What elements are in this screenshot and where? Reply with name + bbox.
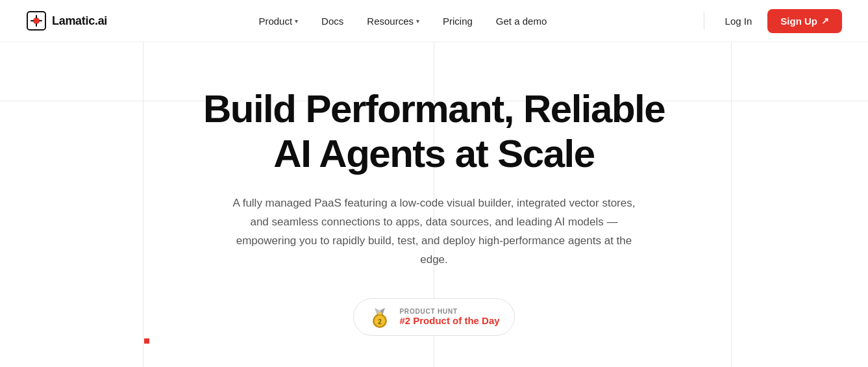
svg-text:2: 2 — [378, 318, 382, 325]
navbar: Lamatic.ai Product ▾ Docs Resources ▾ Pr… — [0, 0, 868, 42]
hero-subtitle: A fully managed PaaS featuring a low-cod… — [227, 194, 642, 270]
ph-badge-text: PRODUCT HUNT #2 Product of the Day — [399, 308, 499, 326]
signup-arrow-icon: ↗ — [821, 16, 829, 26]
logo-link[interactable]: Lamatic.ai — [26, 10, 107, 31]
svg-point-1 — [33, 18, 40, 24]
nav-product[interactable]: Product ▾ — [249, 10, 307, 32]
nav-pricing[interactable]: Pricing — [434, 10, 482, 32]
nav-resources[interactable]: Resources ▾ — [358, 10, 428, 32]
nav-divider — [704, 12, 704, 30]
nav-get-demo[interactable]: Get a demo — [487, 10, 556, 32]
red-dot-decoration — [144, 338, 149, 344]
logo-icon — [26, 10, 47, 31]
nav-actions: Log In Sign Up ↗ — [699, 9, 842, 33]
ph-medal-icon: 2 — [368, 305, 391, 329]
resources-chevron-icon: ▾ — [416, 18, 419, 25]
ph-badge-label: PRODUCT HUNT — [399, 308, 499, 315]
signup-button[interactable]: Sign Up ↗ — [767, 9, 842, 33]
nav-docs[interactable]: Docs — [312, 10, 353, 32]
ph-badge-rank: #2 Product of the Day — [399, 315, 499, 326]
logo-text: Lamatic.ai — [52, 14, 107, 28]
product-chevron-icon: ▾ — [295, 18, 298, 25]
hero-title: Build Performant, Reliable AI Agents at … — [203, 86, 665, 176]
nav-links: Product ▾ Docs Resources ▾ Pricing Get a… — [249, 10, 556, 32]
login-button[interactable]: Log In — [715, 10, 763, 32]
hero-section: Build Performant, Reliable AI Agents at … — [0, 42, 868, 367]
product-hunt-badge[interactable]: 2 PRODUCT HUNT #2 Product of the Day — [353, 298, 514, 336]
